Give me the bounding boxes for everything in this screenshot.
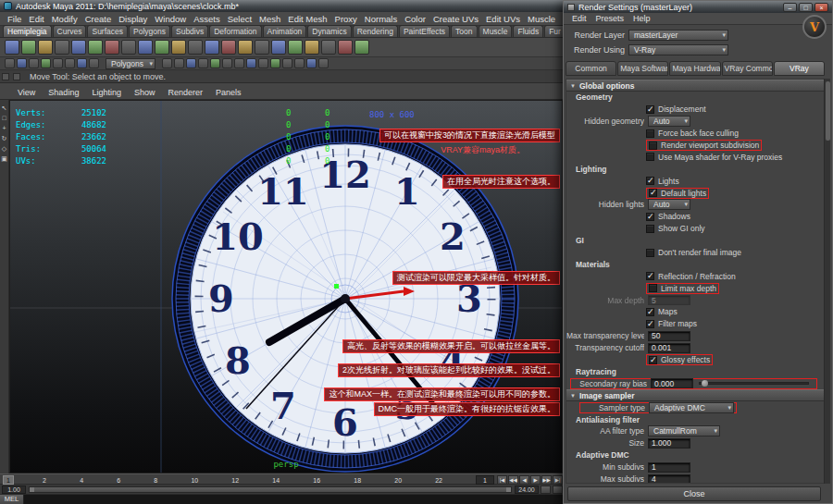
auto-keyframe-button[interactable]: [541, 486, 551, 494]
shelf-tab-curves[interactable]: Curves: [53, 25, 87, 37]
status-icon[interactable]: [2, 73, 9, 80]
minimize-button[interactable]: –: [783, 3, 797, 12]
toolbar-icon[interactable]: [29, 58, 39, 68]
dont-render-final-image-checkbox[interactable]: [646, 249, 654, 257]
glossy-effects-checkbox[interactable]: [649, 356, 657, 364]
toolbar-icon[interactable]: [186, 58, 196, 68]
maya-shader-proxies-checkbox[interactable]: [646, 153, 654, 161]
shelf-tab-painteffects[interactable]: PaintEffects: [399, 25, 450, 37]
shelf-icon[interactable]: [55, 40, 69, 55]
panel-menu-renderer[interactable]: Renderer: [161, 88, 209, 97]
scale-tool-icon[interactable]: ◇: [2, 143, 6, 154]
toolbar-icon[interactable]: [282, 58, 292, 68]
shelf-icon[interactable]: [305, 40, 319, 55]
max-depth-field[interactable]: 5: [648, 295, 690, 305]
shadows-checkbox[interactable]: [646, 213, 654, 221]
toolbar-icon[interactable]: [246, 58, 256, 68]
panel-menu-lighting[interactable]: Lighting: [85, 88, 128, 97]
menu-edit-uvs[interactable]: Edit UVs: [482, 14, 524, 24]
menu-select[interactable]: Select: [224, 14, 255, 24]
select-tool-icon[interactable]: ↖: [2, 103, 7, 113]
shelf-tab-dynamics[interactable]: Dynamics: [307, 25, 351, 37]
render-using-dropdown[interactable]: V-Ray: [628, 44, 728, 55]
shelf-tab-subdivs[interactable]: Subdivs: [171, 25, 208, 37]
aa-filter-type-dropdown[interactable]: CatmullRom: [648, 425, 720, 436]
rs-menu-presets[interactable]: Presets: [591, 14, 629, 23]
shelf-icon[interactable]: [338, 40, 353, 55]
rs-menu-help[interactable]: Help: [628, 14, 655, 23]
panel-menu-view[interactable]: View: [11, 88, 42, 97]
close-button[interactable]: Close: [567, 486, 821, 501]
toolbar-icon[interactable]: [198, 58, 208, 68]
shelf-icon[interactable]: [155, 40, 169, 55]
shelf-icon[interactable]: [121, 40, 136, 55]
current-time-field[interactable]: 1: [476, 475, 494, 485]
shelf-tab-deformation[interactable]: Deformation: [209, 25, 261, 37]
toolbar-icon[interactable]: [65, 58, 75, 68]
shelf-tab-toon[interactable]: Toon: [451, 25, 477, 37]
render-viewport-subdivision-checkbox[interactable]: [649, 141, 657, 150]
default-lights-checkbox[interactable]: [649, 189, 657, 197]
shelf-tab-hemiplegia[interactable]: Hemiplegia: [3, 25, 52, 37]
lights-checkbox[interactable]: [646, 177, 654, 185]
menu-modify[interactable]: Modify: [48, 14, 81, 24]
shelf-icon[interactable]: [188, 40, 203, 55]
menu-color[interactable]: Color: [401, 14, 429, 24]
transparency-cutoff-field[interactable]: 0.001: [648, 343, 690, 353]
menu-normals[interactable]: Normals: [361, 14, 401, 24]
tab-maya-software[interactable]: Maya Software: [617, 61, 668, 76]
limit-max-depth-checkbox[interactable]: [649, 284, 657, 292]
range-end-field[interactable]: 24.00: [515, 486, 539, 494]
toolbar-icon[interactable]: [174, 58, 184, 68]
menu-display[interactable]: Display: [115, 14, 151, 24]
panel-menu-panels[interactable]: Panels: [209, 88, 248, 97]
render-layer-dropdown[interactable]: masterLayer: [628, 30, 728, 41]
shelf-icon[interactable]: [88, 40, 103, 55]
menuset-dropdown[interactable]: Polygons: [106, 58, 155, 69]
toolbar-icon[interactable]: [53, 58, 63, 68]
tab-maya-hardware[interactable]: Maya Hardware: [669, 61, 720, 76]
aa-size-field[interactable]: 1.000: [648, 438, 690, 449]
toolbar-icon[interactable]: [5, 58, 15, 68]
shelf-icon[interactable]: [238, 40, 253, 55]
menu-assets[interactable]: Assets: [190, 14, 224, 24]
tab-vray[interactable]: VRay: [774, 61, 825, 76]
range-slider[interactable]: [29, 486, 512, 493]
menu-create[interactable]: Create: [81, 14, 116, 24]
shelf-tab-rendering[interactable]: Rendering: [353, 25, 398, 37]
shelf-icon[interactable]: [38, 40, 53, 55]
filter-maps-checkbox[interactable]: [646, 320, 654, 328]
force-back-face-culling-checkbox[interactable]: [646, 129, 654, 138]
min-subdivs-field[interactable]: 1: [648, 462, 690, 473]
shelf-icon[interactable]: [221, 40, 236, 55]
rotate-tool-icon[interactable]: ↻: [2, 133, 7, 143]
tab-vray-common[interactable]: VRay Common: [722, 61, 773, 76]
last-tool-icon[interactable]: ▣: [1, 154, 7, 164]
menu-file[interactable]: File: [4, 14, 25, 24]
tab-common[interactable]: Common: [566, 61, 616, 76]
shelf-tab-muscle[interactable]: Muscle: [479, 25, 513, 37]
section-global-options[interactable]: ▼Global options: [566, 80, 825, 92]
shelf-icon[interactable]: [321, 40, 336, 55]
command-line-mode[interactable]: MEL: [0, 495, 24, 504]
slider-knob[interactable]: [702, 380, 708, 387]
close-window-button[interactable]: ×: [814, 3, 828, 12]
max-transparency-levels-field[interactable]: 50: [648, 331, 690, 341]
play-backwards-button[interactable]: ◀: [519, 475, 529, 485]
shelf-tab-fluids[interactable]: Fluids: [513, 25, 543, 37]
shelf-tab-surfaces[interactable]: Surfaces: [87, 25, 128, 37]
displacement-checkbox[interactable]: [646, 105, 654, 114]
panel-menu-show[interactable]: Show: [128, 88, 162, 97]
shelf-icon[interactable]: [255, 40, 269, 55]
sampler-type-dropdown[interactable]: Adaptive DMC: [649, 402, 734, 413]
toolbar-icon[interactable]: [318, 58, 329, 68]
shelf-icon[interactable]: [71, 40, 86, 55]
shelf-icon[interactable]: [5, 40, 19, 55]
menu-proxy[interactable]: Proxy: [331, 14, 361, 24]
menu-edit[interactable]: Edit: [25, 14, 47, 24]
section-image-sampler[interactable]: ▼Image sampler: [566, 389, 825, 401]
go-start-button[interactable]: |◀: [497, 475, 507, 485]
menu-edit-mesh[interactable]: Edit Mesh: [284, 14, 330, 24]
menu-window[interactable]: Window: [151, 14, 190, 24]
menu-muscle[interactable]: Muscle: [524, 14, 559, 24]
